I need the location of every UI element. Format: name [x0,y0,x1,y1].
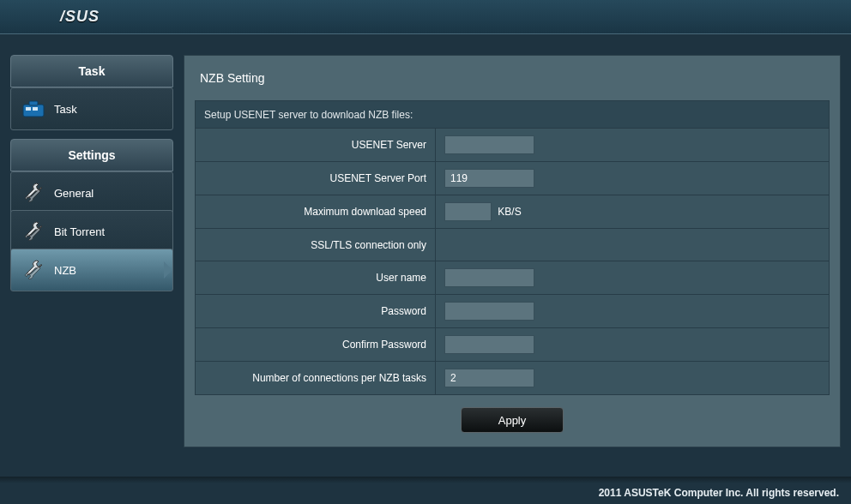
wrench-icon [21,181,45,205]
section-header: Setup USENET server to download NZB file… [196,101,830,129]
max-speed-input[interactable] [444,202,492,221]
apply-button[interactable]: Apply [461,407,564,433]
sidebar-item-nzb[interactable]: NZB [10,249,173,291]
divider-shadow [0,477,851,483]
wrench-icon [21,258,45,282]
svg-rect-2 [33,107,38,111]
sidebar-item-label: Task [54,103,77,116]
field-label-speed: Maximum download speed [196,195,436,229]
field-label-port: USENET Server Port [196,162,436,195]
speed-unit: KB/S [498,206,521,218]
top-bar: /SUS [0,0,851,34]
password-input[interactable] [444,302,534,321]
field-label-password: Password [196,295,436,328]
sidebar-item-general[interactable]: General [10,171,173,214]
main-panel: NZB Setting Setup USENET server to downl… [184,55,841,447]
footer-copyright: 2011 ASUSTeK Computer Inc. All rights re… [599,487,839,499]
sidebar-item-task[interactable]: Task [10,87,173,130]
field-label-confirm: Confirm Password [196,328,436,362]
brand-logo: /SUS [60,8,100,26]
connections-input[interactable] [444,369,534,387]
sidebar-header-settings: Settings [10,139,173,171]
usenet-server-input[interactable] [444,135,534,154]
sidebar-item-label: General [54,187,94,200]
sidebar-header-task: Task [10,55,173,87]
field-label-username: User name [196,261,436,295]
sidebar: Task Task Settings [10,55,173,447]
field-label-ssl: SSL/TLS connection only [196,229,436,261]
page-title: NZB Setting [200,71,830,85]
ssl-control-cell [436,229,830,261]
task-group: Task Task [10,55,173,130]
settings-form: Setup USENET server to download NZB file… [195,100,830,395]
username-input[interactable] [444,268,534,287]
usenet-port-input[interactable] [444,169,534,188]
wrench-icon [21,219,45,243]
field-label-connections: Number of connections per NZB tasks [196,362,436,395]
confirm-password-input[interactable] [444,335,534,354]
svg-rect-3 [29,101,38,105]
page-body: Task Task Settings [0,34,851,447]
sidebar-item-label: Bit Torrent [54,225,105,238]
svg-rect-1 [26,107,31,111]
sidebar-item-label: NZB [54,264,76,277]
task-icon [21,97,45,121]
sidebar-item-bittorrent[interactable]: Bit Torrent [10,210,173,253]
field-label-server: USENET Server [196,129,436,162]
settings-group: Settings General Bit Torrent [10,139,173,291]
